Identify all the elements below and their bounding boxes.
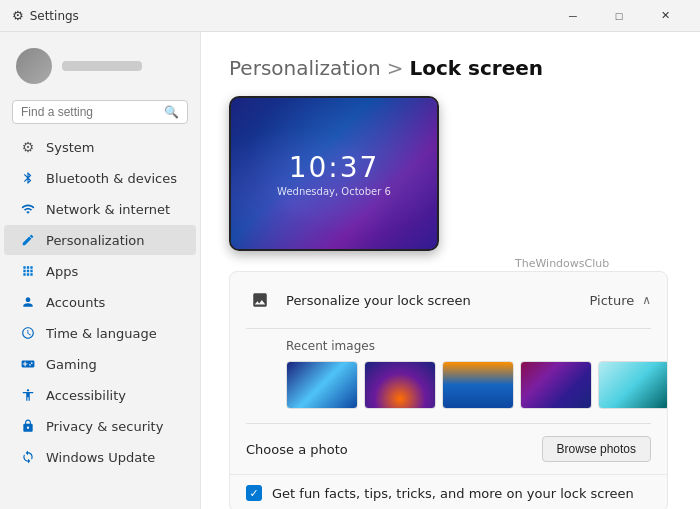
breadcrumb-parent[interactable]: Personalization bbox=[229, 56, 381, 80]
sidebar-label-privacy: Privacy & security bbox=[46, 419, 163, 434]
thumb-4[interactable] bbox=[520, 361, 592, 409]
personalize-chevron-icon: ∧ bbox=[642, 293, 651, 307]
fun-facts-label: Get fun facts, tips, tricks, and more on… bbox=[272, 486, 634, 501]
sidebar-item-gaming[interactable]: Gaming bbox=[4, 349, 196, 379]
recent-images-row bbox=[286, 361, 651, 409]
sidebar-label-update: Windows Update bbox=[46, 450, 155, 465]
sidebar-user bbox=[0, 40, 200, 96]
lock-preview-time: 10:37 bbox=[289, 151, 380, 184]
sidebar-label-network: Network & internet bbox=[46, 202, 170, 217]
sidebar-search-container: 🔍 bbox=[12, 100, 188, 124]
fun-facts-checkbox[interactable]: ✓ bbox=[246, 485, 262, 501]
sidebar-label-accessibility: Accessibility bbox=[46, 388, 126, 403]
breadcrumb-separator: > bbox=[387, 56, 404, 80]
sidebar-item-update[interactable]: Windows Update bbox=[4, 442, 196, 472]
lock-screen-preview: 10:37 Wednesday, October 6 bbox=[229, 96, 439, 251]
sidebar-item-privacy[interactable]: Privacy & security bbox=[4, 411, 196, 441]
sidebar-label-personalization: Personalization bbox=[46, 233, 145, 248]
sidebar-label-accounts: Accounts bbox=[46, 295, 105, 310]
personalize-section: Personalize your lock screen Picture ∧ R… bbox=[229, 271, 668, 509]
search-icon: 🔍 bbox=[164, 105, 179, 119]
gaming-icon bbox=[20, 356, 36, 372]
update-icon bbox=[20, 449, 36, 465]
username-blur bbox=[62, 61, 142, 71]
system-icon: ⚙ bbox=[20, 139, 36, 155]
titlebar-label: Settings bbox=[30, 9, 79, 23]
app-container: 🔍 ⚙ System Bluetooth & devices Network &… bbox=[0, 32, 700, 509]
watermark: TheWindowsClub bbox=[511, 256, 613, 271]
recent-images-label: Recent images bbox=[286, 339, 651, 353]
sidebar-label-bluetooth: Bluetooth & devices bbox=[46, 171, 177, 186]
sidebar-item-personalization[interactable]: Personalization bbox=[4, 225, 196, 255]
personalize-label: Personalize your lock screen bbox=[286, 293, 589, 308]
avatar bbox=[16, 48, 52, 84]
sidebar: 🔍 ⚙ System Bluetooth & devices Network &… bbox=[0, 32, 200, 509]
search-input[interactable] bbox=[21, 105, 158, 119]
breadcrumb-current: Lock screen bbox=[409, 56, 543, 80]
check-icon: ✓ bbox=[249, 487, 258, 500]
personalization-icon bbox=[20, 232, 36, 248]
accounts-icon bbox=[20, 294, 36, 310]
minimize-button[interactable]: ─ bbox=[550, 0, 596, 32]
privacy-icon bbox=[20, 418, 36, 434]
settings-icon: ⚙ bbox=[12, 8, 24, 23]
thumb-5[interactable] bbox=[598, 361, 668, 409]
apps-icon bbox=[20, 263, 36, 279]
personalize-header[interactable]: Personalize your lock screen Picture ∧ bbox=[230, 272, 667, 328]
sidebar-label-apps: Apps bbox=[46, 264, 78, 279]
titlebar-title: ⚙ Settings bbox=[12, 8, 79, 23]
breadcrumb: Personalization > Lock screen bbox=[229, 56, 668, 80]
browse-photos-button[interactable]: Browse photos bbox=[542, 436, 651, 462]
sidebar-item-time[interactable]: Time & language bbox=[4, 318, 196, 348]
thumb-1[interactable] bbox=[286, 361, 358, 409]
lock-preview-date: Wednesday, October 6 bbox=[277, 186, 391, 197]
titlebar: ⚙ Settings ─ □ ✕ bbox=[0, 0, 700, 32]
maximize-button[interactable]: □ bbox=[596, 0, 642, 32]
sidebar-label-time: Time & language bbox=[46, 326, 157, 341]
choose-photo-label: Choose a photo bbox=[246, 442, 542, 457]
fun-facts-row: ✓ Get fun facts, tips, tricks, and more … bbox=[230, 474, 667, 509]
personalize-value: Picture bbox=[589, 293, 634, 308]
sidebar-label-gaming: Gaming bbox=[46, 357, 97, 372]
sidebar-item-accounts[interactable]: Accounts bbox=[4, 287, 196, 317]
network-icon bbox=[20, 201, 36, 217]
choose-photo-row: Choose a photo Browse photos bbox=[230, 424, 667, 474]
sidebar-item-accessibility[interactable]: Accessibility bbox=[4, 380, 196, 410]
sidebar-label-system: System bbox=[46, 140, 94, 155]
personalize-icon bbox=[246, 286, 274, 314]
close-button[interactable]: ✕ bbox=[642, 0, 688, 32]
sidebar-item-bluetooth[interactable]: Bluetooth & devices bbox=[4, 163, 196, 193]
main-content: Personalization > Lock screen 10:37 Wedn… bbox=[200, 32, 700, 509]
thumb-3[interactable] bbox=[442, 361, 514, 409]
bluetooth-icon bbox=[20, 170, 36, 186]
sidebar-item-system[interactable]: ⚙ System bbox=[4, 132, 196, 162]
thumb-2[interactable] bbox=[364, 361, 436, 409]
sidebar-item-network[interactable]: Network & internet bbox=[4, 194, 196, 224]
titlebar-controls: ─ □ ✕ bbox=[550, 0, 688, 32]
accessibility-icon bbox=[20, 387, 36, 403]
sidebar-item-apps[interactable]: Apps bbox=[4, 256, 196, 286]
time-icon bbox=[20, 325, 36, 341]
recent-images-area: Recent images bbox=[230, 329, 667, 423]
